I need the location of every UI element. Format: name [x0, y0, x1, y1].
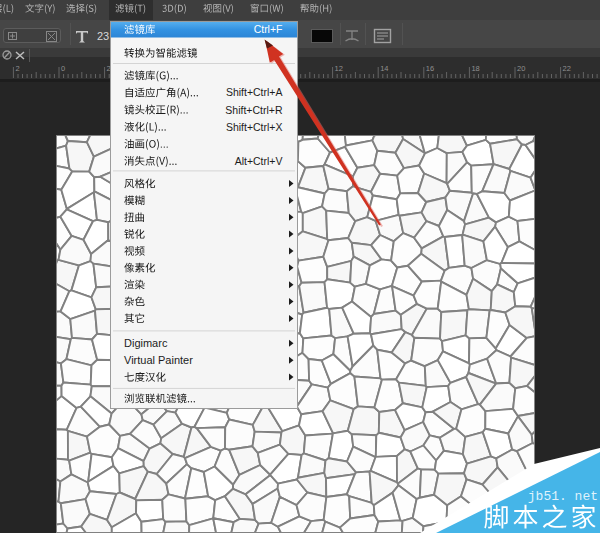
svg-text:14: 14	[380, 64, 388, 73]
svg-text:22: 22	[563, 64, 571, 73]
svg-text:23: 23	[97, 30, 109, 42]
svg-text:Shift+Ctrl+A: Shift+Ctrl+A	[226, 86, 283, 98]
svg-text:Shift+Ctrl+X: Shift+Ctrl+X	[226, 121, 283, 133]
svg-text:Alt+Ctrl+V: Alt+Ctrl+V	[235, 155, 283, 167]
svg-text:16: 16	[426, 64, 434, 73]
svg-text:Digimarc: Digimarc	[124, 337, 168, 349]
svg-text:20: 20	[517, 64, 525, 73]
svg-text:jb51. net: jb51. net	[528, 489, 598, 504]
svg-text:12: 12	[335, 64, 343, 73]
svg-text:18: 18	[471, 64, 479, 73]
svg-text:Shift+Ctrl+R: Shift+Ctrl+R	[225, 104, 283, 116]
svg-text:Ctrl+F: Ctrl+F	[254, 23, 283, 35]
svg-text:0: 0	[61, 64, 65, 73]
svg-text:Virtual Painter: Virtual Painter	[124, 354, 193, 366]
svg-text:2: 2	[15, 64, 19, 73]
